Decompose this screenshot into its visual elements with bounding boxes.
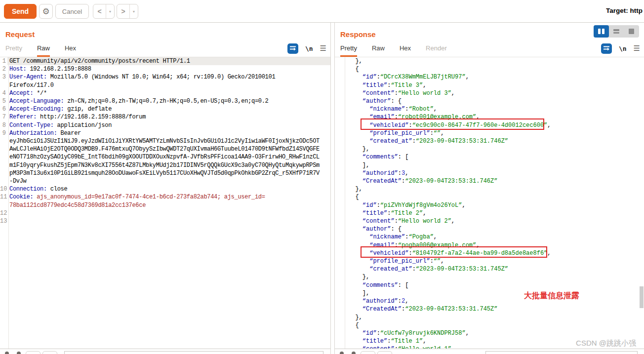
search-input[interactable] <box>485 351 638 354</box>
layout-single-button[interactable] <box>624 25 639 38</box>
single-layout-icon <box>629 29 634 34</box>
columns-layout-icon <box>598 29 601 34</box>
send-button[interactable]: Send <box>4 4 37 19</box>
send-settings-button[interactable]: ⚙ <box>39 4 53 19</box>
csdn-watermark: CSDN @跳跳小强 <box>576 339 636 348</box>
word-wrap-icon[interactable] <box>287 43 298 54</box>
response-editor[interactable]: }, { “id”:“DCrcX38WmMmELJB7jtRU97”, “tit… <box>335 57 644 349</box>
code-line: 10Connection: close <box>0 185 330 193</box>
code-line: }, <box>335 273 644 281</box>
columns-layout-icon <box>602 29 604 34</box>
code-line: }, <box>335 314 644 321</box>
search-option-icon[interactable] <box>352 352 356 354</box>
response-scrollbar-thumb[interactable] <box>640 286 644 308</box>
chevron-left-icon: < <box>93 4 106 18</box>
vehicleid-highlight-box-1 <box>361 118 544 130</box>
request-panel-title: Request <box>5 30 35 39</box>
response-panel: Response PrettyRawHexRender \n ☰ }, { “i… <box>334 23 644 354</box>
request-search-bar <box>0 349 330 354</box>
code-line: Firefox/117.0 <box>0 81 330 89</box>
search-option-icon[interactable] <box>5 352 9 354</box>
code-line: }, <box>335 145 644 153</box>
code-line: “authorid”:2, <box>335 297 644 305</box>
code-line: 9Authorization: Bearer <box>0 129 330 137</box>
search-option-icon[interactable] <box>340 352 344 354</box>
search-prev-button[interactable] <box>361 351 375 354</box>
code-line: “profile_pic_url”:“”, <box>335 257 644 265</box>
rows-layout-icon <box>613 29 619 34</box>
code-line: “content”:“Hello world 2”, <box>335 217 644 225</box>
response-tabs: PrettyRawHexRender <box>340 44 462 56</box>
code-line: eNOT718hzOzySAO1yC09bE_IntT6bdih09gXOOUT… <box>0 153 330 161</box>
chevron-right-icon: > <box>117 4 130 18</box>
code-line: “title”:“Title 3”, <box>335 81 644 89</box>
code-line: -DvJw <box>0 177 330 185</box>
search-next-button[interactable] <box>377 351 392 354</box>
code-line: “id”:“DCrcX38WmMmELJB7jtRU97”, <box>335 73 644 81</box>
code-line: 6Accept-Encoding: gzip, deflate <box>0 105 330 113</box>
response-menu-icon[interactable]: ☰ <box>634 44 640 53</box>
response-search-bar <box>335 349 644 354</box>
response-panel-title: Response <box>340 30 376 39</box>
search-prev-button[interactable] <box>26 351 40 354</box>
code-line: 11Cookie: ajs_anonymous_id=9e17ac0f-7474… <box>0 193 330 201</box>
search-input[interactable] <box>64 351 323 354</box>
code-line: 8Content-Type: application/json <box>0 121 330 129</box>
response-tab-hex[interactable]: Hex <box>400 44 411 55</box>
request-editor-icons: \n ☰ <box>287 42 326 54</box>
code-line: “nickname”:“Pogba”, <box>335 233 644 241</box>
response-tab-pretty[interactable]: Pretty <box>340 44 357 57</box>
code-line: “title”:“Title 2”, <box>335 209 644 217</box>
back-history-button[interactable]: < ▼ <box>93 4 115 19</box>
request-panel: Request PrettyRawHex \n ☰ 1GET /communit… <box>0 23 331 354</box>
code-line: “created_at”:“2023-09-04T23:53:31.746Z” <box>335 137 644 145</box>
request-tab-hex[interactable]: Hex <box>65 44 76 55</box>
request-menu-icon[interactable]: ☰ <box>320 44 326 53</box>
code-line: “id”:“piZVhYdWjf8gVm4o26YoL”, <box>335 201 644 209</box>
code-line: 78ba1121cd8779edc4c58d7369d81a2cc137e6ce <box>0 201 330 209</box>
linebreak-toggle-icon[interactable]: \n <box>305 45 313 52</box>
code-line: 1GET /community/api/v2/community/posts/r… <box>0 57 330 65</box>
request-tab-pretty[interactable]: Pretty <box>5 44 22 55</box>
code-line: “content”:“Hello world 3”, <box>335 89 644 97</box>
code-line: 2Host: 192.168.2.159:8888 <box>0 65 330 73</box>
request-editor[interactable]: 1GET /community/api/v2/community/posts/r… <box>0 57 330 349</box>
linebreak-toggle-icon[interactable]: \n <box>619 45 627 52</box>
layout-rows-button[interactable] <box>609 25 624 38</box>
code-line: “nickname”:“Robot”, <box>335 105 644 113</box>
request-tabs: PrettyRawHex <box>5 44 91 56</box>
code-line: eyJhbGciOiJSUzI1NiJ9.eyJzdWIiOiJiYXRtYW5… <box>0 137 330 145</box>
code-line: ], <box>335 161 644 169</box>
code-line: AwLCJleHAiOjE2OTQ0ODQ3MDB9.F476mtxuQ7Oby… <box>0 145 330 153</box>
layout-columns-button[interactable] <box>594 25 609 38</box>
code-line: 7Referer: http://192.168.2.159:8888/foru… <box>0 113 330 121</box>
vehicleid-highlight-box-2 <box>361 246 547 258</box>
code-line: 4Accept: */* <box>0 89 330 97</box>
search-next-button[interactable] <box>42 351 57 354</box>
code-line: 3User-Agent: Mozilla/5.0 (Windows NT 10.… <box>0 73 330 81</box>
response-tab-raw[interactable]: Raw <box>372 44 385 55</box>
code-line: 5Accept-Language: zh-CN,zh;q=0.8,zh-TW;q… <box>0 97 330 105</box>
search-option-icon[interactable] <box>17 352 21 354</box>
forward-dropdown-arrow-icon[interactable]: ▼ <box>130 4 138 18</box>
repeater-toolbar: Send ⚙ Cancel < ▼ > ▼ Target: http <box>0 0 644 23</box>
code-line: }, <box>335 185 644 193</box>
code-line: “id”:“cUcfw7y8ruvjk6KNDPRJ58”, <box>335 329 644 337</box>
code-line: “authorid”:3, <box>335 169 644 177</box>
response-tab-render[interactable]: Render <box>426 44 447 55</box>
target-label: Target: http <box>606 7 644 14</box>
code-line: ], <box>335 289 644 297</box>
code-line: }, <box>335 57 644 65</box>
code-line: “profile_pic_url”:“”, <box>335 129 644 137</box>
code-line: “CreatedAt”:“2023-09-04T23:53:31.745Z” <box>335 305 644 313</box>
code-line: “author”: { <box>335 225 644 233</box>
word-wrap-icon[interactable] <box>601 43 612 54</box>
response-editor-icons: \n ☰ <box>601 42 640 54</box>
request-tab-raw[interactable]: Raw <box>37 44 50 57</box>
code-line: { <box>335 321 644 329</box>
code-line: 13 <box>0 217 330 225</box>
cancel-button[interactable]: Cancel <box>55 4 89 19</box>
code-line: “CreatedAt”:“2023-09-04T23:53:31.746Z” <box>335 177 644 185</box>
forward-history-button[interactable]: > ▼ <box>117 4 138 19</box>
back-dropdown-arrow-icon[interactable]: ▼ <box>106 4 114 18</box>
